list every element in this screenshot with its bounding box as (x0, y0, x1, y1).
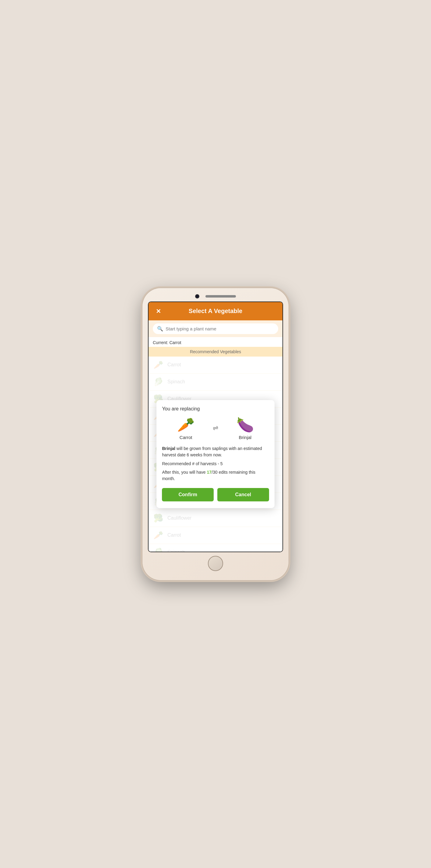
phone-top-bar (148, 294, 283, 299)
modal-description: Brinjal will be grown from saplings with… (162, 445, 269, 458)
from-item-label: Carrot (180, 435, 192, 440)
current-selection: Current: Carrot (149, 337, 282, 347)
app-container: ✕ Select A Vegetable 🔍 Current: Carrot R… (149, 302, 282, 552)
cancel-button[interactable]: Cancel (217, 488, 269, 501)
from-item: 🥕 Carrot (162, 416, 210, 440)
phone-speaker (206, 295, 236, 298)
search-container: 🔍 (149, 320, 282, 337)
page-title: Select A Vegetable (189, 308, 242, 315)
modal-harvests: Recommended # of harvests - 5 (162, 461, 269, 466)
to-item-emoji: 🍆 (237, 416, 254, 433)
phone-frame: ✕ Select A Vegetable 🔍 Current: Carrot R… (143, 288, 288, 580)
edits-remaining: 17 (207, 470, 212, 475)
search-wrapper: 🔍 (153, 323, 278, 334)
close-button[interactable]: ✕ (153, 306, 163, 316)
recommended-header: Recommended Vegetables (149, 347, 282, 356)
to-item: 🍆 Brinjal (221, 416, 269, 440)
home-button[interactable] (208, 556, 223, 571)
swap-arrows-icon: ⇌ (213, 424, 218, 432)
modal-overlay: You are replacing 🥕 Carrot ⇌ 🍆 Brinjal (149, 356, 282, 552)
modal-items-row: 🥕 Carrot ⇌ 🍆 Brinjal (162, 416, 269, 440)
modal-title: You are replacing (162, 406, 269, 412)
phone-screen: ✕ Select A Vegetable 🔍 Current: Carrot R… (148, 302, 283, 552)
search-icon: 🔍 (157, 326, 163, 332)
confirm-modal: You are replacing 🥕 Carrot ⇌ 🍆 Brinjal (156, 400, 274, 508)
front-camera (195, 294, 199, 299)
from-item-emoji: 🥕 (177, 416, 194, 433)
to-item-label: Brinjal (239, 435, 251, 440)
confirm-button[interactable]: Confirm (162, 488, 214, 501)
list-area: 🥕 Carrot 🥬 Spinach 🥦 Cauliflower 🥕 Carro… (149, 356, 282, 552)
search-input[interactable] (165, 326, 274, 331)
modal-buttons: Confirm Cancel (162, 488, 269, 501)
app-header: ✕ Select A Vegetable (149, 302, 282, 320)
modal-edits: After this, you will have 17/30 edits re… (162, 469, 269, 482)
